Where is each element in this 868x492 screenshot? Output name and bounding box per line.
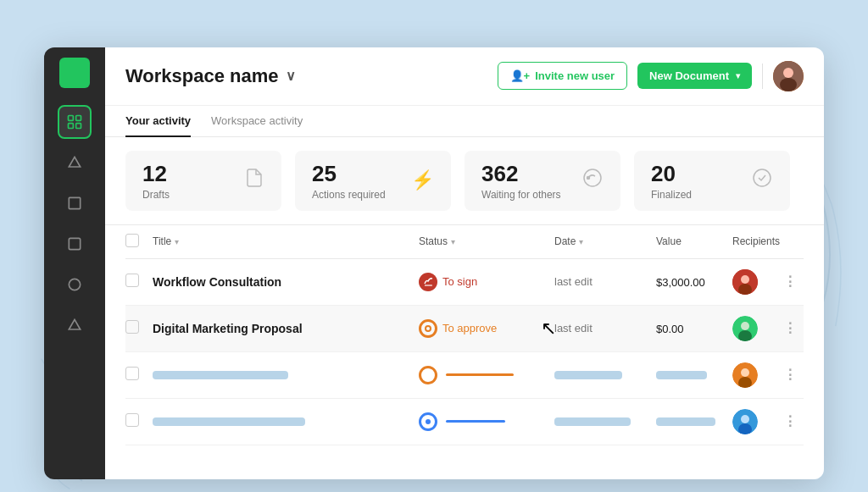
svg-point-11 <box>780 78 797 91</box>
title-sort-icon[interactable]: ▾ <box>175 237 179 246</box>
workspace-title: Workspace name ∨ <box>125 65 296 87</box>
to-sign-icon <box>419 273 437 291</box>
row2-more-button[interactable]: ⋮ <box>783 321 798 335</box>
sidebar-item-circle[interactable] <box>58 268 92 301</box>
sidebar-item-triangle2[interactable] <box>58 308 92 342</box>
svg-point-10 <box>783 68 793 78</box>
header: Workspace name ∨ 👤+ Invite new user New … <box>105 47 824 106</box>
tabs: Your activity Workspace activity <box>105 106 824 137</box>
to-approve-icon <box>419 319 437 338</box>
stat-finalized-label: Finalized <box>651 189 692 201</box>
stat-finalized-number: 20 <box>651 161 692 187</box>
workspace-chevron-icon[interactable]: ∨ <box>286 68 296 84</box>
row4-checkbox[interactable] <box>125 413 139 427</box>
table-area: Title ▾ Status ▾ Date ▾ Value <box>105 225 824 479</box>
row2-avatar <box>732 316 758 341</box>
app-container: Workspace name ∨ 👤+ Invite new user New … <box>44 47 824 479</box>
row1-status-badge: To sign <box>419 273 477 291</box>
stats-row: 12 Drafts 25 Actions required <box>105 137 824 225</box>
stat-waiting-label: Waiting for others <box>481 189 561 201</box>
col-recipients-label: Recipients <box>732 235 780 247</box>
new-doc-dropdown-icon: ▾ <box>736 71 740 80</box>
svg-rect-2 <box>69 123 74 128</box>
row3-checkbox[interactable] <box>125 367 139 380</box>
stat-drafts: 12 Drafts <box>125 151 281 211</box>
stat-waiting: 362 Waiting for others <box>465 151 620 211</box>
stat-actions-number: 25 <box>312 161 386 187</box>
header-actions: 👤+ Invite new user New Document ▾ <box>498 61 804 91</box>
col-title-label: Title <box>153 235 171 247</box>
row3-date-placeholder <box>554 371 622 379</box>
svg-rect-0 <box>69 115 74 120</box>
row1-value: $3,000.00 <box>656 276 705 289</box>
row3-title-placeholder <box>153 371 288 379</box>
new-document-button[interactable]: New Document ▾ <box>637 63 752 89</box>
row2-value: $0.00 <box>656 323 684 335</box>
stat-finalized: 20 Finalized <box>634 151 790 211</box>
main-content: Workspace name ∨ 👤+ Invite new user New … <box>105 47 824 479</box>
row4-status <box>419 412 505 431</box>
row1-more-button[interactable]: ⋮ <box>783 274 798 289</box>
table-row: ⋮ <box>125 399 804 445</box>
stat-drafts-label: Drafts <box>142 189 170 201</box>
table-header: Title ▾ Status ▾ Date ▾ Value <box>125 225 804 259</box>
lightning-icon: ⚡ <box>411 169 434 191</box>
waiting-icon <box>581 167 604 194</box>
svg-point-17 <box>741 275 749 284</box>
finalized-check-icon <box>751 167 773 194</box>
svg-point-23 <box>741 368 749 377</box>
row3-status-icon <box>419 366 437 384</box>
row1-status-text: To sign <box>442 275 477 288</box>
row3-value-placeholder <box>656 371 707 379</box>
sidebar-logo[interactable] <box>59 58 90 88</box>
svg-point-13 <box>587 177 590 180</box>
sidebar-item-triangle1[interactable] <box>58 146 92 180</box>
invite-label: Invite new user <box>535 69 615 82</box>
row3-status-line <box>446 373 514 376</box>
status-sort-icon[interactable]: ▾ <box>451 237 455 246</box>
sidebar <box>44 47 105 479</box>
svg-point-7 <box>69 279 80 290</box>
svg-point-26 <box>741 415 749 423</box>
svg-marker-8 <box>69 319 80 329</box>
row2-status-badge: To approve <box>419 319 497 338</box>
tab-your-activity[interactable]: Your activity <box>125 106 191 137</box>
sidebar-item-square2[interactable] <box>58 227 92 261</box>
row2-status-text: To approve <box>442 322 497 334</box>
svg-rect-6 <box>69 238 80 249</box>
sidebar-item-square1[interactable] <box>58 186 92 220</box>
col-value-label: Value <box>656 235 682 247</box>
row4-status-icon <box>419 412 437 431</box>
avatar[interactable] <box>773 61 804 91</box>
row3-avatar <box>732 362 758 388</box>
stat-drafts-number: 12 <box>142 161 170 187</box>
row2-checkbox[interactable] <box>125 320 139 334</box>
sidebar-item-dashboard[interactable] <box>58 105 92 139</box>
table-row: Workflow Consultation To sign <box>125 259 804 306</box>
table-row: ⋮ <box>125 352 804 399</box>
row1-title[interactable]: Workflow Consultation <box>153 275 281 289</box>
row1-checkbox[interactable] <box>125 274 139 287</box>
date-sort-icon[interactable]: ▾ <box>579 237 583 246</box>
svg-rect-5 <box>69 197 80 208</box>
row4-value-placeholder <box>656 417 715 426</box>
header-divider <box>762 64 763 89</box>
tab-workspace-activity[interactable]: Workspace activity <box>211 106 303 137</box>
svg-point-20 <box>741 322 749 330</box>
col-status-label: Status <box>419 235 448 247</box>
invite-user-button[interactable]: 👤+ Invite new user <box>498 62 628 90</box>
svg-rect-1 <box>76 115 81 120</box>
row3-more-button[interactable]: ⋮ <box>783 368 798 382</box>
invite-plus-icon: 👤+ <box>510 69 531 82</box>
row4-title-placeholder <box>153 417 305 426</box>
drafts-doc-icon <box>244 168 264 193</box>
svg-rect-3 <box>76 123 81 128</box>
select-all-checkbox[interactable] <box>125 234 139 247</box>
new-doc-label: New Document <box>649 69 729 82</box>
row1-avatar <box>732 269 758 295</box>
row4-more-button[interactable]: ⋮ <box>783 414 798 428</box>
row2-date: last edit <box>554 322 593 334</box>
stat-waiting-number: 362 <box>481 161 561 187</box>
row2-title[interactable]: Digital Marketing Proposal <box>153 322 303 335</box>
workspace-name-text: Workspace name <box>125 65 279 87</box>
